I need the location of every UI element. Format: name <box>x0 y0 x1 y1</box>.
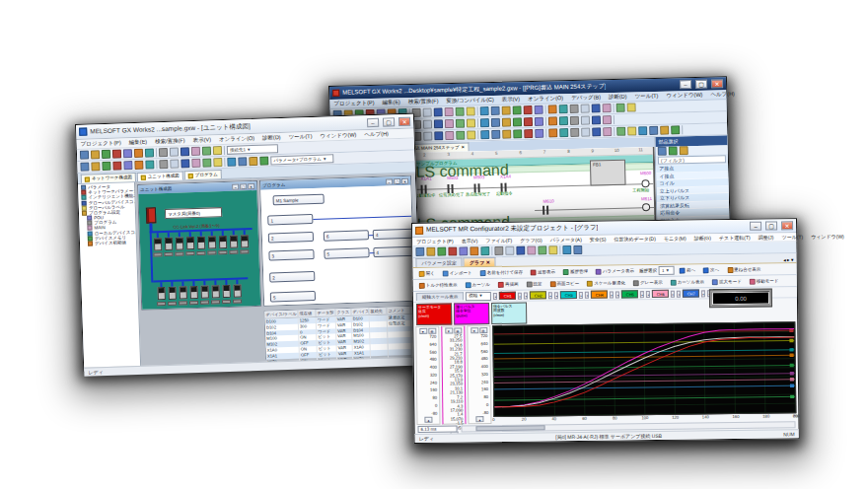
toolbar-icon[interactable] <box>434 131 443 140</box>
toolbar-icon[interactable] <box>513 105 522 114</box>
graph-button[interactable]: 画面コピー <box>546 279 582 287</box>
menu-item[interactable]: ツール(T) <box>631 93 663 100</box>
toolbar-icon[interactable] <box>445 131 454 140</box>
toolbar-icon[interactable] <box>145 160 154 169</box>
menu-item[interactable]: パラメータ(A) <box>546 237 586 243</box>
toolbar-icon[interactable] <box>559 116 568 125</box>
channel-prev-button[interactable]: ◂ <box>524 292 528 299</box>
minimize-button[interactable]: – <box>680 80 691 89</box>
menu-item[interactable]: 安全(S) <box>586 237 611 243</box>
menu-item[interactable]: 調整(J) <box>755 234 778 240</box>
menu-item[interactable]: 検索/置換(F) <box>151 137 189 145</box>
menu-item[interactable]: ツール(T) <box>777 234 807 240</box>
slave-device[interactable] <box>241 235 249 247</box>
toolbar-icon[interactable] <box>538 245 546 254</box>
graph-button[interactable]: 名前を付けて保存 <box>477 268 526 277</box>
toolbar-icon[interactable] <box>259 157 268 166</box>
menu-item[interactable]: ウィンドウ(W) <box>807 234 848 241</box>
connection-combo[interactable]: 接続先1 <box>227 144 278 155</box>
toolbar-icon[interactable] <box>112 149 121 158</box>
toolbar-icon[interactable] <box>592 115 601 124</box>
toolbar-icon[interactable] <box>249 157 257 166</box>
slave-device[interactable] <box>211 285 219 298</box>
toolbar-icon[interactable] <box>202 146 211 155</box>
toolbar-icon[interactable] <box>505 246 514 255</box>
toolbar-icon[interactable] <box>616 104 625 112</box>
maximize-button[interactable]: ▢ <box>394 178 400 184</box>
toolbar-icon[interactable] <box>480 118 489 127</box>
toolbar-icon[interactable] <box>80 151 89 160</box>
channel-next-button[interactable]: ▸ <box>671 290 675 297</box>
close-button[interactable]: ✕ <box>711 79 723 88</box>
toolbar-icon[interactable] <box>562 245 571 254</box>
toolbar-icon[interactable] <box>445 107 454 116</box>
menu-item[interactable]: プロジェクト(P) <box>77 140 125 148</box>
toolbar-icon[interactable] <box>213 146 222 155</box>
toolbar-icon[interactable] <box>513 117 522 126</box>
channel-prev-button[interactable]: ◂ <box>677 290 681 297</box>
toolbar-icon[interactable] <box>467 118 475 127</box>
menu-item[interactable]: 表示(V) <box>498 96 524 103</box>
scale-zoom-out-button[interactable]: ▾ <box>445 327 453 333</box>
maximize-button[interactable]: ▢ <box>765 221 777 230</box>
toolbar-icon[interactable] <box>191 147 200 156</box>
menu-item[interactable]: ヘルプ(H) <box>360 131 393 139</box>
channel-chip-CH6[interactable]: CH6 <box>652 290 669 298</box>
toolbar-icon[interactable] <box>627 103 636 111</box>
toolbar-icon[interactable] <box>516 246 525 255</box>
tab-nav-buttons[interactable]: ◂ ▸ ▾ <box>783 256 793 262</box>
slave-device[interactable] <box>186 237 194 249</box>
toolbar-icon[interactable] <box>660 126 669 135</box>
toolbar-icon[interactable] <box>502 117 511 126</box>
view-tab-グラフ[interactable]: グラフ ✕ <box>464 257 496 266</box>
toolbar-icon[interactable] <box>423 119 432 128</box>
target-combo[interactable]: パラメータ+プログラム <box>270 154 333 165</box>
column-header[interactable]: コメント <box>387 307 410 314</box>
menu-item[interactable]: 変換/コンパイル(C) <box>442 97 497 105</box>
close-button[interactable]: ✕ <box>398 116 410 125</box>
toolbar-icon[interactable] <box>570 105 579 113</box>
menu-item[interactable]: 編集(E) <box>378 99 403 105</box>
slave-device[interactable] <box>180 286 187 299</box>
scale-zoom-out-button[interactable]: ▾ <box>419 328 427 334</box>
menu-item[interactable]: 表示(V) <box>458 238 482 244</box>
document-tab[interactable]: プログラム <box>184 170 222 179</box>
graph-button[interactable]: 履歴管理 <box>560 267 591 275</box>
menu-item[interactable]: オンライン(O) <box>524 95 567 103</box>
toolbar-icon[interactable] <box>415 247 424 256</box>
toolbar-icon[interactable] <box>159 148 168 157</box>
toolbar-icon[interactable] <box>573 245 582 254</box>
toolbar-icon[interactable] <box>535 129 543 138</box>
toolbar-icon[interactable] <box>592 127 601 136</box>
graph-button[interactable]: カーソル表示 <box>668 278 707 286</box>
toolbar-icon[interactable] <box>213 158 222 167</box>
slave-device[interactable] <box>165 238 173 250</box>
contact-symbol[interactable] <box>542 206 548 215</box>
toolbar-icon[interactable] <box>548 245 557 254</box>
toolbar-icon[interactable] <box>548 128 557 137</box>
toolbar-icon[interactable] <box>592 104 601 112</box>
close-button[interactable]: ✕ <box>248 182 254 188</box>
coil-symbol[interactable] <box>641 179 649 187</box>
menu-item[interactable]: ウィンドウ(W) <box>316 132 360 140</box>
graph-button[interactable]: インポート <box>440 269 475 277</box>
toolbar-icon[interactable] <box>123 161 132 170</box>
graph-button[interactable]: 設定 <box>523 280 544 288</box>
toolbar-icon[interactable] <box>559 105 568 113</box>
toolbar-icon[interactable] <box>494 246 503 255</box>
toolbar-icon[interactable] <box>491 106 500 115</box>
channel-next-button[interactable]: ▸ <box>640 291 644 298</box>
toolbar-icon[interactable] <box>603 127 612 136</box>
graph-button[interactable]: 重ね合せ表示 <box>724 265 763 273</box>
toolbar-icon[interactable] <box>181 159 189 168</box>
toolbar-icon[interactable] <box>559 128 568 137</box>
minimize-button[interactable]: – <box>232 183 239 189</box>
graph-button[interactable]: 移動モード <box>747 277 782 285</box>
program-block[interactable]: 5 <box>324 247 369 259</box>
channel-chip-CH3[interactable]: CH3 <box>560 291 577 299</box>
toolbar-icon[interactable] <box>112 161 121 170</box>
minimize-button[interactable]: – <box>750 222 761 231</box>
toolbar-icon[interactable] <box>434 107 443 116</box>
toolbar-icon[interactable] <box>91 162 100 171</box>
graph-button[interactable]: 再描画 <box>495 280 522 288</box>
